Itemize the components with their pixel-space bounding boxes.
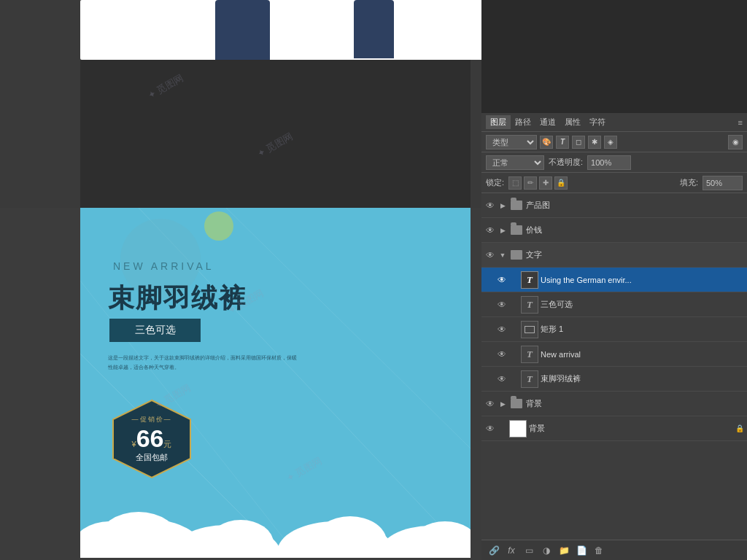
layer-item-new-arrival[interactable]: 👁 T New arrival (481, 342, 747, 367)
hex-content: —促销价— ¥ 66 元 全国包邮 (108, 399, 196, 479)
svg-line-2 (226, 208, 471, 448)
layer-name-l1: 产品图 (526, 200, 744, 211)
layer-thumb-l10-white (509, 420, 527, 438)
new-style-icon[interactable]: 🔗 (487, 544, 500, 557)
layer-name-l8: 束脚羽绒裤 (541, 373, 744, 384)
color-options-btn[interactable]: 三色可选 (109, 319, 201, 342)
text-icon-l7: T (527, 349, 533, 360)
adjustment-icon[interactable]: ◑ (540, 544, 553, 557)
tab-paths[interactable]: 路径 (511, 115, 535, 129)
folder-icon-l9 (509, 397, 524, 411)
layer-name-l2: 价钱 (526, 225, 744, 236)
opacity-value-input[interactable]: 100% (587, 155, 631, 170)
canvas-area: NEW ARRIVAL 束脚羽绒裤 三色可选 这是一段描述文字，关于这款束脚羽绒… (0, 0, 481, 560)
layer-item-sanse[interactable]: 👁 T 三色可选 (481, 292, 747, 317)
expand-l4[interactable] (510, 276, 519, 284)
layer-thumb-l5: T (521, 296, 538, 314)
eye-icon-l8[interactable]: 👁 (496, 373, 508, 385)
fx-bottom-icon[interactable]: fx (505, 544, 518, 557)
fill-label: 填充: (680, 177, 698, 188)
rect-icon-l6 (525, 326, 535, 333)
layer-thumb-l7: T (521, 346, 538, 363)
layer-item-jiaqian[interactable]: 👁 ▶ 价钱 (481, 218, 747, 243)
layer-item-german-text[interactable]: 👁 T Using the German envir... (481, 268, 747, 292)
eye-icon-l7[interactable]: 👁 (496, 349, 508, 360)
eye-icon-l1[interactable]: 👁 (484, 200, 496, 211)
tab-channels[interactable]: 通道 (535, 115, 560, 129)
layer-name-l10: 背景 (529, 423, 733, 434)
filter-toggle[interactable]: ◉ (728, 135, 743, 149)
layer-thumb-l4: T (521, 271, 538, 289)
blend-mode-dropdown[interactable]: 正常 (486, 155, 544, 170)
folder-icon-l2 (509, 223, 524, 238)
ps-preview-area (481, 0, 747, 113)
eye-icon-l6[interactable]: 👁 (496, 324, 508, 335)
product-title: 束脚羽绒裤 (108, 281, 247, 316)
opacity-fill-row: 正常 不透明度: 100% (481, 152, 747, 173)
lock-transparent-btn[interactable]: ⬚ (508, 176, 522, 190)
promo-label: —促销价— (132, 415, 172, 424)
layer-name-l7: New arrival (541, 350, 744, 359)
text-icon-l5: T (527, 299, 533, 311)
delete-icon[interactable]: 🗑 (592, 544, 605, 557)
layer-name-l6: 矩形 1 (541, 324, 744, 335)
filter-icon-5[interactable]: ◈ (604, 136, 617, 149)
folder-bottom-icon[interactable]: 📁 (557, 544, 570, 557)
poster-area: NEW ARRIVAL 束脚羽绒裤 三色可选 这是一段描述文字，关于这款束脚羽绒… (80, 208, 471, 558)
lock-row: 锁定: ⬚ ✏ ✚ 🔒 填充: 50% (481, 173, 747, 193)
filter-icon-4[interactable]: ✱ (588, 136, 601, 149)
eye-icon-l5[interactable]: 👁 (496, 299, 508, 311)
opacity-label: 不透明度: (549, 157, 583, 168)
new-arrival-label: NEW ARRIVAL (113, 260, 214, 272)
product-description: 这是一段描述文字，关于这款束脚羽绒裤的详细介绍，面料采用德国环保材质，保暖性能卓… (108, 354, 301, 372)
layer-name-l5: 三色可选 (541, 299, 744, 310)
lock-paint-btn[interactable]: ✏ (524, 176, 537, 190)
layer-item-shujiao[interactable]: 👁 T 束脚羽绒裤 (481, 367, 747, 392)
layer-item-beijing-folder[interactable]: 👁 ▶ 背景 (481, 392, 747, 416)
text-icon-l8: T (527, 373, 533, 385)
fill-value-input[interactable]: 50% (703, 176, 743, 190)
mask-icon[interactable]: ▭ (522, 544, 535, 557)
price-unit: 元 (163, 439, 171, 450)
filter-icon-3[interactable]: ◻ (572, 136, 585, 149)
tab-layers[interactable]: 图层 (486, 115, 511, 129)
filter-icon-2[interactable]: T (556, 136, 569, 149)
lock-label: 锁定: (486, 177, 504, 188)
tab-properties[interactable]: 属性 (560, 115, 585, 129)
eye-icon-l3[interactable]: 👁 (484, 249, 496, 261)
expand-l9[interactable]: ▶ (498, 400, 507, 408)
folder-icon-l1 (509, 198, 524, 213)
layers-filter-row: 类型 🎨 T ◻ ✱ ◈ ◉ (481, 132, 747, 152)
filter-icon-1[interactable]: 🎨 (540, 136, 553, 149)
layer-thumb-l6 (521, 321, 538, 338)
filter-dropdown[interactable]: 类型 (486, 135, 537, 149)
expand-l2[interactable]: ▶ (498, 226, 507, 235)
eye-icon-l4[interactable]: 👁 (496, 274, 508, 286)
text-icon-l4: T (527, 274, 533, 286)
price-row: ¥ 66 元 (132, 426, 172, 451)
lock-all-btn[interactable]: 🔒 (554, 176, 568, 190)
layer-item-beijing-bg[interactable]: 👁 背景 🔒 (481, 416, 747, 441)
eye-icon-l10[interactable]: 👁 (484, 423, 496, 435)
layer-item-rect1[interactable]: 👁 矩形 1 (481, 317, 747, 342)
layers-list: 👁 ▶ 产品图 👁 ▶ 价钱 👁 ▼ 文字 👁 T Using the Ge (481, 193, 747, 470)
layer-item-chanditu[interactable]: 👁 ▶ 产品图 (481, 193, 747, 218)
lock-position-btn[interactable]: ✚ (539, 176, 552, 190)
tab-characters[interactable]: 字符 (585, 115, 610, 129)
expand-l3[interactable]: ▼ (498, 251, 507, 260)
eye-icon-l9[interactable]: 👁 (484, 398, 496, 410)
layer-item-wenzi[interactable]: 👁 ▼ 文字 (481, 243, 747, 268)
expand-l1[interactable]: ▶ (498, 201, 507, 210)
layer-name-l9: 背景 (526, 398, 744, 409)
ps-layers-panel: ⛓ fx ▭ ◎ 📁 🗒 🗑 图层 路径 通道 属性 字符 ≡ 类型 🎨 T ◻… (481, 0, 747, 560)
free-ship-label: 全国包邮 (136, 452, 168, 463)
new-layer-icon[interactable]: 📄 (575, 544, 588, 557)
watermark-3: ✦ 觅图网 (284, 454, 324, 485)
layer-thumb-l8: T (521, 370, 538, 388)
eye-icon-l2[interactable]: 👁 (484, 225, 496, 236)
lock-icon-l10: 🔒 (735, 424, 744, 433)
clouds-bottom (80, 499, 471, 558)
folder-icon-l3 (509, 248, 524, 262)
panel-collapse-btn[interactable]: ≡ (738, 118, 743, 127)
layers-bottom-bar: 🔗 fx ▭ ◑ 📁 📄 🗑 (481, 540, 747, 560)
